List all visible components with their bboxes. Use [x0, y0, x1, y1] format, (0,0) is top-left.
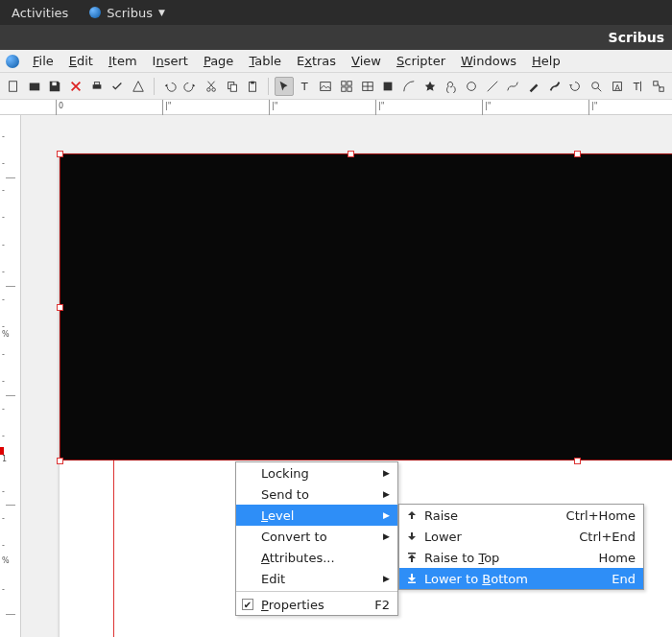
- ruler-marker: [0, 447, 4, 455]
- ctx-convert-to[interactable]: Convert to▶: [236, 526, 397, 547]
- raise-icon: [405, 509, 419, 521]
- level-raise-to-top[interactable]: Raise to TopRaise to TopHome: [399, 547, 643, 568]
- raise-top-icon: [405, 552, 419, 563]
- activities-button[interactable]: Activities: [12, 6, 68, 20]
- menu-item[interactable]: ItemItem: [103, 52, 143, 70]
- menu-edit[interactable]: EditEdit: [63, 52, 99, 70]
- selected-frame[interactable]: [60, 153, 672, 460]
- close-button[interactable]: [66, 77, 85, 96]
- checkbox-checked-icon: ✔: [242, 599, 253, 610]
- paste-button[interactable]: [243, 77, 262, 96]
- menu-help[interactable]: HelpHelp: [526, 52, 566, 70]
- pdf-export-button[interactable]: [129, 77, 148, 96]
- ruler-tick-label: |": [165, 102, 171, 110]
- text-frame-tool[interactable]: T: [296, 77, 315, 96]
- ruler-tick-label: 1: [2, 455, 21, 463]
- level-lower[interactable]: LowerCtrl+End: [399, 526, 643, 547]
- menu-scripter[interactable]: ScripterScripter: [391, 52, 451, 70]
- menu-bar: FFileile EditEdit ItemItem InsertInsert …: [0, 50, 672, 73]
- save-button[interactable]: [45, 77, 64, 96]
- freehand-tool[interactable]: [524, 77, 543, 96]
- svg-rect-15: [348, 86, 351, 90]
- circle-tool[interactable]: [462, 77, 481, 96]
- shortcut-label: F2: [351, 598, 390, 612]
- svg-rect-28: [411, 558, 413, 562]
- resize-handle-br-visible[interactable]: [574, 458, 581, 464]
- calligraphy-tool[interactable]: [545, 77, 564, 96]
- redo-button[interactable]: [180, 77, 200, 96]
- svg-text:T: T: [300, 80, 307, 93]
- print-button[interactable]: [87, 77, 107, 96]
- resize-handle-bl[interactable]: [57, 458, 63, 464]
- edit-text-tool[interactable]: T: [628, 77, 647, 96]
- bezier-tool[interactable]: [503, 77, 522, 96]
- window-title-bar: Scribus: [0, 25, 672, 50]
- select-tool[interactable]: [275, 77, 294, 96]
- window-title: Scribus: [609, 30, 664, 45]
- svg-rect-1: [53, 82, 57, 85]
- level-submenu: RaiseCtrl+Home LowerCtrl+End Raise to To…: [398, 504, 644, 590]
- open-button[interactable]: [25, 77, 44, 96]
- ubuntu-top-bar: Activities Scribus ▼: [0, 0, 672, 25]
- app-menu-label: Scribus: [107, 6, 153, 20]
- menu-insert[interactable]: InsertInsert: [147, 52, 194, 70]
- resize-handle-tl[interactable]: [57, 151, 63, 157]
- new-doc-button[interactable]: [4, 77, 23, 96]
- toolbar: T A T: [0, 73, 672, 100]
- edit-contents-tool[interactable]: A: [608, 77, 627, 96]
- submenu-arrow-icon: ▶: [383, 574, 390, 583]
- app-menu[interactable]: Scribus ▼: [89, 6, 165, 20]
- horizontal-ruler: 0 |" |" |" |" |": [0, 100, 672, 115]
- svg-point-4: [206, 87, 210, 91]
- svg-rect-3: [94, 82, 99, 84]
- canvas[interactable]: Locking▶ Send to▶ LevelLevel▶ Convert to…: [21, 115, 672, 637]
- preflight-icon[interactable]: [108, 77, 127, 96]
- menu-view[interactable]: ViewView: [346, 52, 387, 70]
- ctx-send-to[interactable]: Send to▶: [236, 484, 397, 505]
- render-frame-tool[interactable]: [337, 77, 356, 96]
- menu-page[interactable]: PagePage: [198, 52, 239, 70]
- undo-button[interactable]: [160, 77, 180, 96]
- zoom-tool[interactable]: [587, 77, 606, 96]
- ruler-tick-label: |": [272, 102, 277, 110]
- scribus-app-icon: [89, 7, 101, 18]
- link-frames-tool[interactable]: [649, 77, 668, 96]
- line-tool[interactable]: [483, 77, 502, 96]
- svg-rect-25: [411, 515, 413, 519]
- shortcut-label: Ctrl+End: [556, 530, 636, 544]
- context-menu: Locking▶ Send to▶ LevelLevel▶ Convert to…: [235, 461, 398, 616]
- resize-handle-tm[interactable]: [348, 151, 354, 157]
- ctx-properties[interactable]: ✔ PropertiesProperties F2: [236, 594, 397, 615]
- copy-button[interactable]: [223, 77, 242, 96]
- scribus-logo-icon: [6, 55, 19, 68]
- level-raise[interactable]: RaiseCtrl+Home: [399, 505, 643, 526]
- ctx-edit[interactable]: Edit▶: [236, 568, 397, 589]
- svg-rect-0: [9, 81, 16, 91]
- ctx-level[interactable]: LevelLevel▶: [236, 505, 397, 526]
- svg-rect-23: [654, 81, 658, 84]
- resize-handle-ml[interactable]: [57, 304, 63, 311]
- svg-rect-9: [251, 81, 254, 83]
- spiral-tool[interactable]: [441, 77, 460, 96]
- menu-file[interactable]: FFileile: [27, 52, 60, 70]
- rotate-tool[interactable]: [565, 77, 585, 96]
- lower-bottom-icon: [405, 573, 419, 584]
- cut-button[interactable]: [202, 77, 221, 96]
- arc-tool[interactable]: [399, 77, 419, 96]
- shape-tool[interactable]: [378, 77, 397, 96]
- menu-extras[interactable]: ExtrasExtras: [291, 52, 342, 70]
- menu-table[interactable]: TableTable: [243, 52, 287, 70]
- ruler-tick-label: |": [591, 102, 597, 110]
- image-frame-tool[interactable]: [316, 77, 335, 96]
- ctx-locking[interactable]: Locking▶: [236, 462, 397, 484]
- ctx-attributes[interactable]: Attributes...Attributes...: [236, 547, 397, 568]
- level-lower-to-bottom[interactable]: Lower to BottomLower to BottomEnd: [399, 568, 643, 589]
- resize-handle-tr-visible[interactable]: [574, 151, 581, 157]
- svg-rect-7: [230, 84, 236, 91]
- menu-windows[interactable]: WindowsWindows: [455, 52, 522, 70]
- svg-point-5: [212, 87, 216, 91]
- ruler-tick-label: |": [378, 102, 384, 110]
- svg-rect-26: [411, 532, 413, 536]
- table-tool[interactable]: [358, 77, 377, 96]
- polygon-tool[interactable]: [420, 77, 440, 96]
